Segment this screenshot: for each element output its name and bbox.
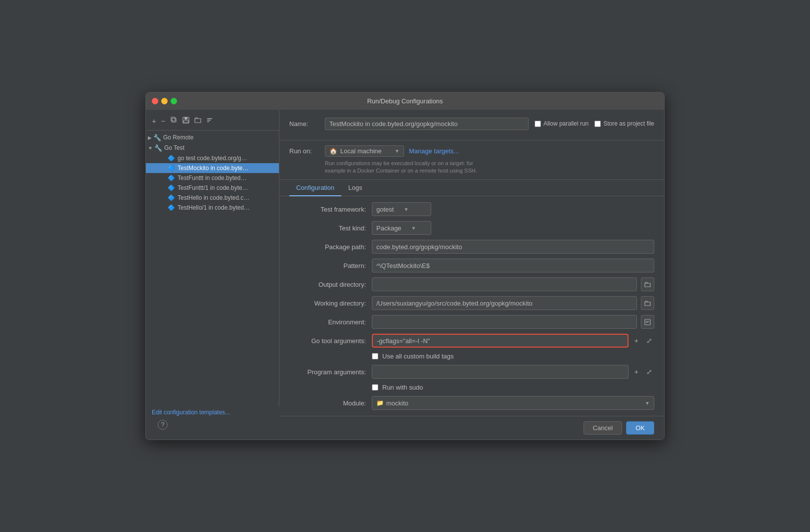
tab-configuration[interactable]: Configuration — [289, 180, 341, 196]
save-config-button[interactable] — [180, 116, 191, 126]
custom-tags-label: Use all custom build tags — [382, 353, 454, 360]
output-dir-label: Output directory: — [289, 281, 366, 288]
cancel-button[interactable]: Cancel — [584, 421, 622, 435]
test-item-icon-3: 🔷 — [168, 175, 175, 181]
sidebar-item-testfunttt-1[interactable]: 🔷 TestFunttt/1 in code.byte… — [146, 183, 279, 193]
output-dir-folder-button[interactable] — [641, 277, 654, 291]
svg-rect-0 — [172, 118, 176, 122]
program-args-row: Program arguments: + ⤢ — [289, 365, 654, 379]
edit-config-templates-link[interactable]: Edit configuration templates... — [152, 409, 230, 416]
sidebar-item-testfunttt[interactable]: 🔷 TestFunttt in code.byted… — [146, 173, 279, 183]
sidebar-item-go-test-code[interactable]: 🔷 go test code.byted.org/g… — [146, 153, 279, 163]
close-button[interactable] — [152, 98, 158, 104]
svg-rect-3 — [184, 117, 187, 120]
package-path-row: Package path: — [289, 240, 654, 254]
environment-edit-button[interactable] — [641, 315, 654, 329]
add-config-button[interactable]: + — [150, 116, 158, 126]
working-dir-input[interactable] — [372, 296, 637, 310]
main-panel: Name: Allow parallel run Store as projec… — [279, 110, 664, 440]
folder-open-icon-2 — [644, 300, 651, 307]
go-tool-args-input[interactable] — [372, 334, 629, 348]
main-header: Name: Allow parallel run Store as projec… — [279, 110, 664, 140]
module-dropdown[interactable]: 📁 mockito ▼ — [372, 396, 654, 410]
folder-config-button[interactable] — [192, 116, 203, 126]
sort-config-button[interactable] — [204, 116, 215, 126]
sidebar-group-go-test-label: Go Test — [164, 144, 184, 151]
tabs-row: Configuration Logs — [279, 180, 664, 196]
working-dir-folder-button[interactable] — [641, 296, 654, 310]
store-project-group: Store as project file — [594, 120, 654, 127]
pattern-row: Pattern: — [289, 259, 654, 272]
program-args-add-button[interactable]: + — [632, 367, 640, 377]
test-framework-control: gotest ▼ — [372, 202, 654, 216]
sidebar-toolbar: + − — [146, 114, 279, 131]
output-dir-input[interactable] — [372, 277, 637, 291]
test-kind-value: Package — [376, 224, 402, 232]
run-with-sudo-checkbox[interactable] — [372, 384, 378, 391]
edit-icon — [644, 319, 651, 325]
allow-parallel-group: Allow parallel run — [535, 120, 588, 127]
run-on-label: Run on: — [289, 145, 319, 155]
module-label: Module: — [289, 399, 366, 407]
run-with-sudo-label: Run with sudo — [382, 384, 423, 391]
home-icon: 🏠 — [329, 147, 337, 155]
run-on-hint: Run configurations may be executed local… — [325, 160, 477, 175]
sidebar-item-go-test[interactable]: ▼ 🔧 Go Test — [146, 143, 279, 153]
run-on-dropdown[interactable]: 🏠 Local machine ▼ — [325, 145, 404, 157]
ok-button[interactable]: OK — [626, 421, 654, 435]
manage-targets-link[interactable]: Manage targets... — [409, 147, 459, 155]
package-path-control — [372, 240, 654, 254]
go-test-icon: 🔧 — [154, 144, 162, 152]
sidebar-item-testmockito[interactable]: 🔷 TestMockito in code.byte… — [146, 163, 279, 173]
package-path-label: Package path: — [289, 243, 366, 251]
test-kind-dropdown[interactable]: Package ▼ — [372, 221, 431, 235]
help-button[interactable]: ? — [158, 420, 168, 430]
custom-tags-row: Use all custom build tags — [289, 353, 654, 360]
go-tool-args-add-button[interactable]: + — [632, 336, 640, 346]
name-input[interactable] — [325, 118, 529, 130]
test-item-icon-6: 🔷 — [168, 204, 175, 211]
maximize-button[interactable] — [171, 98, 177, 104]
chevron-right-icon: ▶ — [148, 135, 152, 140]
minimize-button[interactable] — [161, 98, 168, 104]
copy-config-button[interactable] — [169, 116, 180, 126]
environment-row: Environment: — [289, 315, 654, 329]
environment-label: Environment: — [289, 318, 366, 326]
test-framework-dropdown[interactable]: gotest ▼ — [372, 202, 431, 216]
store-project-checkbox[interactable] — [594, 121, 601, 127]
module-control: 📁 mockito ▼ — [372, 396, 654, 410]
custom-tags-checkbox[interactable] — [372, 353, 378, 359]
go-tool-args-row: Go tool arguments: + ⤢ — [289, 334, 654, 348]
folder-icon — [194, 117, 201, 124]
remove-config-button[interactable]: − — [159, 116, 168, 126]
pattern-label: Pattern: — [289, 262, 366, 269]
working-dir-control — [372, 296, 654, 310]
sort-icon — [206, 117, 213, 124]
dropdown-arrow-icon: ▼ — [395, 148, 400, 154]
output-dir-row: Output directory: — [289, 277, 654, 291]
program-args-input[interactable] — [372, 365, 629, 379]
test-framework-label: Test framework: — [289, 206, 366, 213]
go-tool-args-control: + ⤢ — [372, 334, 654, 348]
sidebar-group-label: Go Remote — [163, 134, 193, 141]
environment-input[interactable] — [372, 315, 637, 329]
program-args-expand-button[interactable]: ⤢ — [644, 367, 654, 377]
sidebar-item-testhello[interactable]: 🔷 TestHello in code.byted.c… — [146, 193, 279, 203]
sidebar-item-go-remote[interactable]: ▶ 🔧 Go Remote — [146, 133, 279, 143]
go-tool-args-expand-button[interactable]: ⤢ — [644, 336, 654, 346]
test-framework-value: gotest — [376, 206, 394, 213]
pattern-input[interactable] — [372, 259, 654, 272]
go-remote-icon: 🔧 — [153, 134, 161, 141]
module-row: Module: 📁 mockito ▼ — [289, 396, 654, 410]
dialog-title: Run/Debug Configurations — [154, 97, 656, 105]
tab-logs[interactable]: Logs — [341, 180, 369, 196]
test-kind-row: Test kind: Package ▼ — [289, 221, 654, 235]
sidebar-item-testhello-label: TestHello in code.byted.c… — [178, 194, 249, 201]
sidebar-item-testhello-1[interactable]: 🔷 TestHello/1 in code.byted… — [146, 203, 279, 213]
dialog-footer: Cancel OK — [279, 416, 664, 440]
allow-parallel-label: Allow parallel run — [543, 120, 588, 127]
package-path-input[interactable] — [372, 240, 654, 254]
svg-rect-1 — [171, 117, 175, 121]
working-dir-label: Working directory: — [289, 300, 366, 307]
allow-parallel-checkbox[interactable] — [535, 121, 541, 127]
